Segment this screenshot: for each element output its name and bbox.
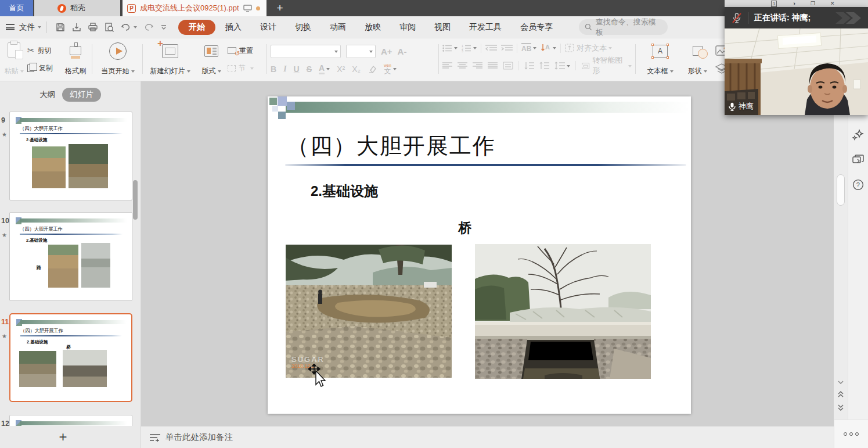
document-tab[interactable]: P 成电交流线上会议0925(1).ppt — [123, 0, 266, 16]
slide-thumbnail-9[interactable]: （四）大胆开展工作 2.基础设施 — [9, 112, 132, 200]
subscript-button[interactable]: X₂ — [352, 64, 361, 74]
help-icon[interactable]: ? — [852, 179, 864, 191]
tab-home[interactable]: 开始 — [178, 20, 215, 35]
tab-insert[interactable]: 插入 — [217, 20, 250, 35]
tab-review[interactable]: 审阅 — [391, 20, 424, 35]
new-slide-button[interactable]: 新建幻灯片 — [147, 38, 193, 81]
clear-format-button[interactable] — [368, 65, 377, 73]
strikethrough-button[interactable]: S — [307, 64, 312, 74]
scissors-icon: ✂ — [27, 45, 35, 56]
notes-bar[interactable]: 单击此处添加备注 — [141, 426, 834, 448]
increase-indent-button[interactable] — [501, 44, 513, 52]
docer-tab[interactable]: 稻壳 — [34, 0, 120, 16]
webcam-video[interactable]: 神鹰 — [725, 28, 868, 115]
picture-button[interactable] — [715, 45, 725, 56]
undo-button[interactable] — [120, 22, 137, 33]
numbered-list-button[interactable]: 123 — [462, 44, 477, 52]
tab-developer[interactable]: 开发工具 — [460, 20, 510, 35]
slide-11-canvas[interactable]: （四）大胆开展工作 2.基础设施 桥 — [268, 96, 691, 414]
cut-button[interactable]: ✂剪切 — [27, 44, 62, 57]
align-center-button[interactable] — [458, 62, 467, 70]
space-after-button[interactable] — [539, 62, 549, 70]
photo-culvert-bridge[interactable] — [475, 244, 651, 379]
font-size-select[interactable] — [346, 45, 376, 58]
sidebar-scrollbar[interactable] — [133, 180, 138, 220]
vertical-scrollbar[interactable] — [834, 81, 848, 420]
slides-tab[interactable]: 幻灯片 — [62, 88, 101, 102]
account-icon[interactable]: ◑ — [792, 1, 795, 6]
textbox-button[interactable]: A 文本框 — [642, 38, 678, 81]
underline-button[interactable]: U — [294, 64, 300, 74]
microphone-muted-icon[interactable] — [730, 12, 743, 24]
superscript-button[interactable]: X² — [337, 64, 345, 74]
tab-view[interactable]: 视图 — [426, 20, 459, 35]
slide-title[interactable]: （四）大胆开展工作 — [287, 131, 496, 161]
distribute-button[interactable] — [503, 62, 513, 70]
play-from-current-button[interactable]: 当页开始 — [97, 38, 139, 81]
grow-font-button[interactable]: A+ — [381, 46, 392, 56]
slide-thumbnail-11-selected[interactable]: （四）大胆开展工作 2.基础设施 桥 — [9, 313, 132, 402]
convert-smartart-button[interactable]: 转智能图形 — [581, 55, 632, 76]
overlay-options-panel[interactable] — [834, 420, 868, 448]
align-left-button[interactable] — [442, 62, 452, 70]
add-slide-button[interactable]: + — [59, 429, 67, 445]
bold-button[interactable]: B — [271, 64, 276, 74]
scrollbar-thumb[interactable] — [837, 174, 845, 206]
file-menu-caret-icon[interactable] — [38, 26, 41, 30]
slide-section-text[interactable]: 2.基础设施 — [311, 182, 378, 200]
decrease-indent-button[interactable] — [485, 44, 497, 52]
line-spacing-button[interactable] — [554, 62, 570, 70]
print-preview-button[interactable] — [104, 22, 114, 33]
save-button[interactable] — [55, 22, 66, 33]
tab-slideshow[interactable]: 放映 — [356, 20, 390, 35]
editing-canvas[interactable]: （四）大胆开展工作 2.基础设施 桥 — [141, 81, 834, 426]
align-text-button[interactable]: 对齐文本 — [565, 43, 612, 53]
slide-caption[interactable]: 桥 — [448, 219, 482, 237]
format-painter-button[interactable]: 格式刷 — [62, 38, 89, 81]
tab-transitions[interactable]: 切换 — [286, 20, 320, 35]
collapse-ribbon-icon[interactable] — [160, 25, 167, 30]
hamburger-menu-icon[interactable] — [6, 24, 15, 30]
font-color-button[interactable]: A — [319, 63, 330, 74]
shapes-button[interactable]: 形状 — [682, 38, 713, 81]
section-button[interactable]: 节 — [228, 62, 265, 75]
output-button[interactable] — [71, 22, 82, 33]
home-tab[interactable]: 首页 — [0, 0, 33, 16]
outline-tab[interactable]: 大纲 — [39, 89, 55, 100]
slide-thumbnail-10[interactable]: （四）大胆开展工作 2.基础设施 路 — [9, 212, 132, 301]
text-direction-button[interactable]: A — [541, 44, 556, 53]
align-right-button[interactable] — [473, 62, 482, 70]
unread-badge[interactable]: 1 — [771, 1, 777, 7]
scroll-down-icon[interactable] — [838, 381, 844, 384]
bullet-list-button[interactable] — [442, 44, 458, 52]
character-spacing-button[interactable]: AB — [521, 43, 536, 53]
close-window-icon[interactable]: ✕ — [830, 1, 835, 6]
tab-member[interactable]: 会员专享 — [512, 20, 561, 35]
video-conference-overlay[interactable]: 正在讲话: 神鹰; — [725, 7, 868, 115]
layout-button[interactable]: 版式 — [196, 38, 226, 81]
share-screen-icon[interactable] — [243, 5, 252, 12]
photo-river-crossing[interactable]: SUGAR 2018.12.2 — [286, 245, 452, 378]
share-window-icon[interactable] — [852, 155, 864, 165]
reset-button[interactable]: 重置 — [228, 44, 265, 57]
paste-button[interactable]: 粘贴 — [1, 38, 27, 81]
restore-window-icon[interactable]: ❐ — [811, 1, 815, 6]
copy-button[interactable]: 复制 — [27, 62, 62, 75]
tab-animation[interactable]: 动画 — [321, 20, 355, 35]
shrink-font-button[interactable]: A- — [398, 46, 407, 56]
next-slide-button[interactable] — [838, 404, 844, 411]
space-before-button[interactable] — [524, 62, 534, 70]
phonetic-guide-button[interactable]: wén文 — [384, 63, 397, 74]
font-name-select[interactable] — [271, 45, 341, 58]
italic-button[interactable]: I — [283, 64, 286, 74]
redo-button[interactable] — [143, 22, 154, 33]
file-menu[interactable]: 文件 — [19, 22, 35, 33]
print-button[interactable] — [88, 22, 98, 33]
layers-button[interactable] — [715, 63, 725, 74]
effects-star-icon[interactable] — [852, 129, 864, 141]
command-search-input[interactable]: 查找命令、搜索模板 — [579, 19, 668, 35]
previous-slide-button[interactable] — [838, 391, 844, 397]
new-tab-button[interactable]: + — [266, 0, 293, 16]
justify-button[interactable] — [488, 62, 498, 70]
tab-design[interactable]: 设计 — [251, 20, 285, 35]
